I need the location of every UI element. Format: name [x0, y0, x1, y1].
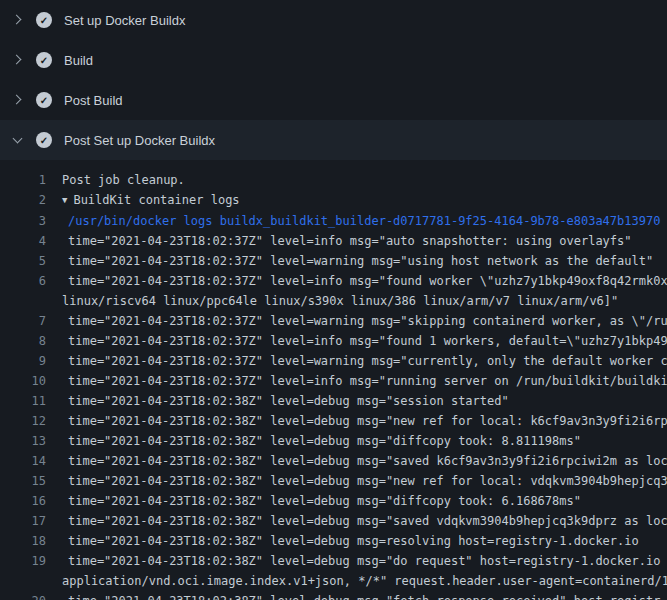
- log-line-number[interactable]: 11: [0, 391, 46, 411]
- log-text: time="2021-04-23T18:02:37Z" level=warnin…: [46, 351, 667, 371]
- log-text-content: application/vnd.oci.image.index.v1+json,…: [62, 574, 667, 588]
- log-line-number[interactable]: 12: [0, 411, 46, 431]
- log-line: 13time="2021-04-23T18:02:38Z" level=debu…: [0, 431, 667, 451]
- log-line-number: [0, 291, 46, 311]
- log-line-number[interactable]: 19: [0, 551, 46, 571]
- chevron-right-icon: [12, 14, 24, 26]
- log-text: Post job cleanup.: [46, 170, 185, 190]
- log-text: linux/riscv64 linux/ppc64le linux/s390x …: [46, 291, 618, 311]
- log-line-number[interactable]: 17: [0, 511, 46, 531]
- log-line-number[interactable]: 10: [0, 371, 46, 391]
- log-line: application/vnd.oci.image.index.v1+json,…: [0, 571, 667, 591]
- log-text: time="2021-04-23T18:02:38Z" level=debug …: [46, 591, 660, 600]
- log-text: time="2021-04-23T18:02:37Z" level=warnin…: [46, 251, 653, 271]
- steps-list: ✓Set up Docker Buildx✓Build✓Post Build✓P…: [0, 0, 667, 160]
- log-line-number[interactable]: 7: [0, 311, 46, 331]
- log-text-content: time="2021-04-23T18:02:37Z" level=info m…: [68, 334, 667, 348]
- step-label: Build: [64, 53, 93, 68]
- log-line-number[interactable]: 4: [0, 231, 46, 251]
- log-line: 8time="2021-04-23T18:02:37Z" level=info …: [0, 331, 667, 351]
- step-header-set-up-docker-buildx[interactable]: ✓Set up Docker Buildx: [0, 0, 667, 40]
- log-text-content: time="2021-04-23T18:02:38Z" level=debug …: [68, 394, 509, 408]
- log-line: 9time="2021-04-23T18:02:37Z" level=warni…: [0, 351, 667, 371]
- log-text-content: time="2021-04-23T18:02:37Z" level=warnin…: [68, 314, 667, 328]
- log-line-number[interactable]: 16: [0, 491, 46, 511]
- log-lines: 1Post job cleanup.2▼BuildKit container l…: [0, 170, 667, 600]
- log-line-number[interactable]: 2: [0, 190, 46, 211]
- log-text-content: time="2021-04-23T18:02:37Z" level=warnin…: [68, 254, 653, 268]
- log-line: 17time="2021-04-23T18:02:38Z" level=debu…: [0, 511, 667, 531]
- log-line: linux/riscv64 linux/ppc64le linux/s390x …: [0, 291, 667, 311]
- log-line-number[interactable]: 5: [0, 251, 46, 271]
- log-line: 15time="2021-04-23T18:02:38Z" level=debu…: [0, 471, 667, 491]
- log-text: time="2021-04-23T18:02:38Z" level=debug …: [46, 411, 667, 431]
- step-header-post-set-up-docker-buildx[interactable]: ✓Post Set up Docker Buildx: [0, 120, 667, 160]
- log-text: time="2021-04-23T18:02:37Z" level=info m…: [46, 271, 667, 291]
- success-check-icon: ✓: [36, 132, 52, 148]
- log-text-content: time="2021-04-23T18:02:37Z" level=info m…: [68, 374, 667, 388]
- log-text: time="2021-04-23T18:02:37Z" level=info m…: [46, 371, 667, 391]
- log-text-content: time="2021-04-23T18:02:38Z" level=debug …: [68, 534, 639, 548]
- log-line-number[interactable]: 20: [0, 591, 46, 600]
- log-group-toggle-icon[interactable]: ▼: [62, 190, 67, 210]
- log-text: time="2021-04-23T18:02:38Z" level=debug …: [46, 551, 667, 571]
- log-text-content: time="2021-04-23T18:02:37Z" level=info m…: [68, 274, 667, 288]
- log-line-number[interactable]: 3: [0, 211, 46, 231]
- log-line: 7time="2021-04-23T18:02:37Z" level=warni…: [0, 311, 667, 331]
- log-text: time="2021-04-23T18:02:38Z" level=debug …: [46, 391, 509, 411]
- log-line: 2▼BuildKit container logs: [0, 190, 667, 211]
- log-text: time="2021-04-23T18:02:38Z" level=debug …: [46, 471, 667, 491]
- log-text: time="2021-04-23T18:02:38Z" level=debug …: [46, 431, 581, 451]
- log-text: time="2021-04-23T18:02:38Z" level=debug …: [46, 511, 667, 531]
- step-header-post-build[interactable]: ✓Post Build: [0, 80, 667, 120]
- log-line-number[interactable]: 13: [0, 431, 46, 451]
- log-line: 6time="2021-04-23T18:02:37Z" level=info …: [0, 271, 667, 291]
- log-line: 4time="2021-04-23T18:02:37Z" level=info …: [0, 231, 667, 251]
- step-header-build[interactable]: ✓Build: [0, 40, 667, 80]
- chevron-right-icon: [12, 54, 24, 66]
- log-text-content: Post job cleanup.: [62, 173, 185, 187]
- log-text: time="2021-04-23T18:02:37Z" level=info m…: [46, 231, 632, 251]
- success-check-icon: ✓: [36, 12, 52, 28]
- log-text: time="2021-04-23T18:02:38Z" level=debug …: [46, 491, 581, 511]
- log-text-content: time="2021-04-23T18:02:38Z" level=debug …: [68, 494, 581, 508]
- log-line: 19time="2021-04-23T18:02:38Z" level=debu…: [0, 551, 667, 571]
- log-line: 14time="2021-04-23T18:02:38Z" level=debu…: [0, 451, 667, 471]
- log-text-content: time="2021-04-23T18:02:38Z" level=debug …: [68, 554, 667, 568]
- log-line-number[interactable]: 14: [0, 451, 46, 471]
- log-line-number[interactable]: 15: [0, 471, 46, 491]
- log-line-number[interactable]: 1: [0, 170, 46, 190]
- log-line: 5time="2021-04-23T18:02:37Z" level=warni…: [0, 251, 667, 271]
- log-text-content: time="2021-04-23T18:02:38Z" level=debug …: [68, 514, 667, 528]
- log-line-number[interactable]: 8: [0, 331, 46, 351]
- step-label: Post Build: [64, 93, 123, 108]
- log-text: application/vnd.oci.image.index.v1+json,…: [46, 571, 667, 591]
- chevron-right-icon: [12, 94, 24, 106]
- log-line-number[interactable]: 6: [0, 271, 46, 291]
- log-container[interactable]: 1Post job cleanup.2▼BuildKit container l…: [0, 160, 667, 600]
- log-line-number[interactable]: 18: [0, 531, 46, 551]
- log-line: 1Post job cleanup.: [0, 170, 667, 190]
- log-line-number: [0, 571, 46, 591]
- log-text: time="2021-04-23T18:02:38Z" level=debug …: [46, 451, 667, 471]
- log-text: time="2021-04-23T18:02:38Z" level=debug …: [46, 531, 639, 551]
- log-line: 3/usr/bin/docker logs buildx_buildkit_bu…: [0, 211, 667, 231]
- log-command-text: /usr/bin/docker logs buildx_buildkit_bui…: [46, 211, 660, 231]
- success-check-icon: ✓: [36, 52, 52, 68]
- log-line: 11time="2021-04-23T18:02:38Z" level=debu…: [0, 391, 667, 411]
- log-line: 16time="2021-04-23T18:02:38Z" level=debu…: [0, 491, 667, 511]
- log-line: 20time="2021-04-23T18:02:38Z" level=debu…: [0, 591, 667, 600]
- log-line: 10time="2021-04-23T18:02:37Z" level=info…: [0, 371, 667, 391]
- log-text-content: linux/riscv64 linux/ppc64le linux/s390x …: [62, 294, 618, 308]
- log-line-number[interactable]: 9: [0, 351, 46, 371]
- log-text-content: BuildKit container logs: [73, 193, 239, 207]
- log-text: ▼BuildKit container logs: [46, 190, 240, 211]
- log-text: time="2021-04-23T18:02:37Z" level=warnin…: [46, 311, 667, 331]
- log-text-content: time="2021-04-23T18:02:38Z" level=debug …: [68, 474, 667, 488]
- step-label: Post Set up Docker Buildx: [64, 133, 215, 148]
- success-check-icon: ✓: [36, 92, 52, 108]
- log-text-content: /usr/bin/docker logs buildx_buildkit_bui…: [68, 214, 660, 228]
- chevron-down-icon: [12, 134, 24, 146]
- log-text-content: time="2021-04-23T18:02:38Z" level=debug …: [68, 594, 660, 600]
- log-text-content: time="2021-04-23T18:02:38Z" level=debug …: [68, 434, 581, 448]
